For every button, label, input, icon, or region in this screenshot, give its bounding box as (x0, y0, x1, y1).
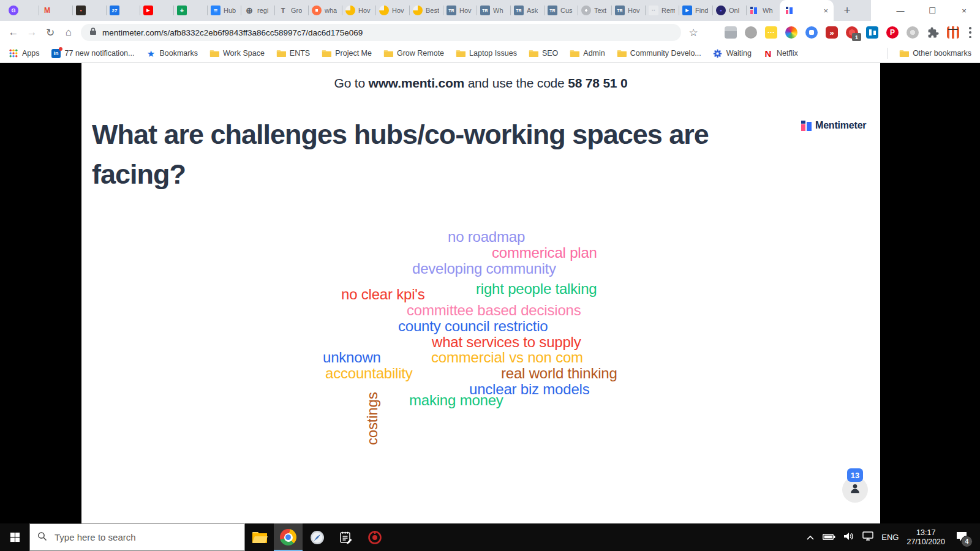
apps-grid-icon (9, 48, 18, 58)
pinterest-extension-icon[interactable]: P (886, 26, 899, 39)
forward-button[interactable]: → (23, 24, 40, 41)
bookmark-item[interactable]: NNetflix (763, 48, 798, 58)
bookmark-item[interactable]: Admin (570, 48, 605, 58)
bookmark-item[interactable]: Laptop Issues (456, 48, 517, 58)
browser-tab[interactable]: TRAsk (510, 0, 544, 21)
browser-tab[interactable]: ●Onl (712, 0, 746, 21)
blue-circle-extension-icon[interactable] (805, 26, 818, 39)
tab-favicon-calendar: 27 (110, 6, 119, 15)
bookmark-star-icon[interactable]: ☆ (685, 24, 702, 41)
minimize-button[interactable]: — (884, 0, 916, 21)
browser-tab[interactable]: ··Rem (645, 0, 679, 21)
tomato-extension-icon[interactable] (745, 26, 757, 39)
browser-tab[interactable]: + (173, 0, 207, 21)
browser-tab[interactable]: TRHov (443, 0, 477, 21)
word-cloud-word: making money (409, 392, 503, 409)
tab-close-icon[interactable]: × (823, 7, 828, 15)
browser-tab[interactable]: Hov (375, 0, 409, 21)
browser-tab[interactable]: ▶Find (679, 0, 712, 21)
taskbar-app-compass[interactable] (303, 523, 331, 551)
browser-tab[interactable]: TRCus (544, 0, 578, 21)
puzzle-extension-icon[interactable] (927, 26, 939, 39)
browser-tab[interactable]: Text (578, 0, 611, 21)
bookmarks-bar: Apps in77 new notification...★BookmarksW… (0, 44, 980, 63)
browser-tab[interactable]: G (5, 0, 39, 21)
bookmark-item[interactable]: Project Me (322, 48, 372, 58)
browser-tab[interactable]: TRHov (611, 0, 645, 21)
tab-label: Rem (662, 7, 675, 14)
tab-label: wha (325, 7, 337, 14)
join-middle: and use the code (464, 76, 568, 90)
trello-extension-icon[interactable] (866, 26, 878, 39)
system-tray: ENG 13:17 27/10/2020 4 (806, 523, 980, 551)
folder-icon (456, 48, 466, 58)
folder-icon (383, 48, 393, 58)
browser-tab[interactable]: M (39, 0, 72, 21)
volume-icon[interactable] (843, 532, 854, 543)
search-input[interactable] (53, 531, 237, 543)
tab-favicon-play-blue: ▶ (682, 6, 692, 15)
mentimeter-slide: Go to www.menti.com and use the code 58 … (81, 63, 880, 523)
other-bookmarks[interactable]: Other bookmarks (899, 48, 971, 58)
tab-label: Hov (628, 7, 640, 14)
home-button[interactable]: ⌂ (60, 24, 77, 41)
browser-tab[interactable]: ⊕regi (241, 0, 274, 21)
language-indicator[interactable]: ENG (881, 533, 899, 542)
bookmark-item[interactable]: Community Develo... (617, 48, 701, 58)
taskbar-app-chrome[interactable] (274, 523, 303, 551)
tab-label: Hov (358, 7, 371, 14)
browser-tab[interactable]: TRWh (477, 0, 510, 21)
start-button[interactable] (0, 523, 29, 551)
taskbar-app-notes[interactable] (331, 523, 360, 551)
tab-favicon-pie (379, 6, 389, 15)
close-window-button[interactable]: × (948, 0, 980, 21)
bookmark-label: Netflix (777, 49, 798, 58)
taskbar-clock[interactable]: 13:17 27/10/2020 (907, 528, 945, 547)
browser-tab[interactable]: Wh (746, 0, 780, 21)
battery-icon[interactable] (823, 532, 835, 543)
maximize-button[interactable]: ☐ (916, 0, 948, 21)
bookmark-item[interactable]: SEO (529, 48, 558, 58)
color-wheel-extension-icon[interactable] (785, 26, 797, 39)
taskbar-search[interactable] (29, 523, 245, 551)
browser-tab[interactable]: TGro (274, 0, 308, 21)
bookmark-item[interactable]: in77 new notification... (51, 48, 135, 58)
bookmark-item[interactable]: ★Bookmarks (146, 48, 198, 58)
taskbar-app-explorer[interactable] (245, 523, 274, 551)
yellow-dots-extension-icon[interactable]: ··· (765, 26, 777, 39)
browser-tab[interactable]: ≡Hub (207, 0, 241, 21)
taskbar-app-shield[interactable] (360, 523, 389, 551)
swirl-extension-icon[interactable] (907, 26, 919, 39)
participant-count-badge: 13 (847, 468, 863, 482)
clipboard-extension-icon[interactable] (725, 26, 737, 39)
hand-extension-icon[interactable]: 1 (846, 26, 858, 39)
tray-chevron-icon[interactable] (806, 532, 815, 543)
mentimeter-logo-text: Mentimeter (815, 120, 866, 131)
back-button[interactable]: ← (5, 24, 22, 41)
reload-button[interactable]: ↻ (42, 24, 59, 41)
notification-center-icon[interactable]: 4 (956, 531, 968, 544)
network-icon[interactable] (862, 531, 873, 543)
red-forward-extension-icon[interactable]: » (826, 26, 838, 39)
lock-icon (89, 27, 97, 38)
browser-menu-icon[interactable] (969, 27, 971, 38)
browser-tab[interactable]: ● (72, 0, 106, 21)
bookmark-item[interactable]: ENTS (276, 48, 310, 58)
tab-label: Find (695, 7, 708, 14)
browser-tab[interactable]: wha (308, 0, 342, 21)
active-tab[interactable]: × (780, 0, 834, 21)
bookmark-item[interactable]: Waiting (713, 48, 752, 58)
browser-tab[interactable]: Hov (342, 0, 375, 21)
browser-tab[interactable]: Best (409, 0, 443, 21)
new-tab-button[interactable]: + (839, 2, 856, 19)
bookmark-item[interactable]: Work Space (209, 48, 265, 58)
browser-tab[interactable]: ▶ (140, 0, 173, 21)
bookmark-item[interactable]: Grow Remote (383, 48, 444, 58)
tab-favicon-tr: TR (514, 6, 524, 15)
browser-toolbar: ← → ↻ ⌂ mentimeter.com/s/afb8332c2eb6f98… (0, 21, 980, 44)
apps-shortcut[interactable]: Apps (9, 48, 40, 58)
tab-favicon-orange-dot (312, 6, 322, 15)
address-bar[interactable]: mentimeter.com/s/afb8332c2eb6f9843ff3a86… (81, 24, 681, 41)
browser-tab[interactable]: 27 (106, 0, 140, 21)
awning-extension-icon[interactable] (947, 26, 959, 39)
